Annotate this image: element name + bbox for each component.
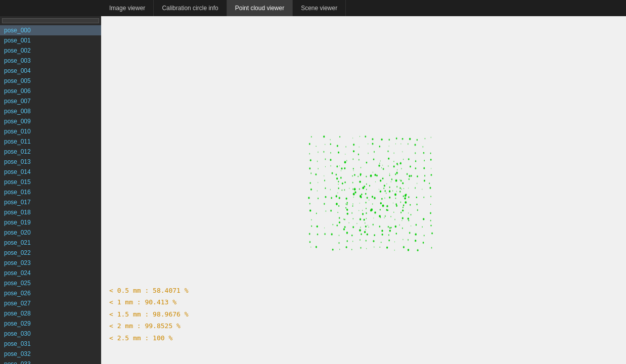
tab-scene-viewer[interactable]: Scene viewer [293, 0, 346, 16]
stat-line: < 0.5 mm : 58.4071 % [109, 285, 189, 296]
pose-item-pose_000[interactable]: pose_000 [0, 25, 101, 35]
stat-line: < 2 mm : 99.8525 % [109, 320, 189, 332]
pose-item-pose_027[interactable]: pose_027 [0, 298, 101, 308]
pose-item-pose_029[interactable]: pose_029 [0, 318, 101, 329]
device-label [2, 18, 99, 23]
stat-line: < 1.5 mm : 98.9676 % [109, 308, 189, 320]
pose-item-pose_033[interactable]: pose_033 [0, 359, 101, 364]
pose-item-pose_023[interactable]: pose_023 [0, 258, 101, 268]
pose-item-pose_011[interactable]: pose_011 [0, 136, 101, 147]
pose-item-pose_024[interactable]: pose_024 [0, 268, 101, 278]
pose-item-pose_004[interactable]: pose_004 [0, 66, 101, 76]
pose-item-pose_022[interactable]: pose_022 [0, 248, 101, 258]
tab-image-viewer[interactable]: Image viewer [101, 0, 154, 16]
pose-item-pose_020[interactable]: pose_020 [0, 228, 101, 238]
content-pane: < 0.5 mm : 58.4071 %< 1 mm : 90.413 %< 1… [101, 16, 626, 364]
pose-item-pose_006[interactable]: pose_006 [0, 86, 101, 96]
pose-item-pose_013[interactable]: pose_013 [0, 157, 101, 167]
pose-item-pose_009[interactable]: pose_009 [0, 116, 101, 126]
pose-item-pose_005[interactable]: pose_005 [0, 76, 101, 86]
stat-line: < 2.5 mm : 100 % [109, 332, 189, 344]
pose-list[interactable]: pose_000pose_001pose_002pose_003pose_004… [0, 25, 101, 364]
pose-item-pose_015[interactable]: pose_015 [0, 177, 101, 187]
sidebar: pose_000pose_001pose_002pose_003pose_004… [0, 16, 101, 364]
pose-item-pose_008[interactable]: pose_008 [0, 106, 101, 116]
tab-calibration-circle-info[interactable]: Calibration circle info [154, 0, 227, 16]
pose-item-pose_001[interactable]: pose_001 [0, 35, 101, 46]
stats-overlay: < 0.5 mm : 58.4071 %< 1 mm : 90.413 %< 1… [109, 285, 189, 344]
pose-item-pose_016[interactable]: pose_016 [0, 187, 101, 197]
pose-item-pose_030[interactable]: pose_030 [0, 329, 101, 339]
tab-point-cloud-viewer[interactable]: Point cloud viewer [227, 0, 293, 16]
pose-item-pose_012[interactable]: pose_012 [0, 147, 101, 157]
pose-item-pose_017[interactable]: pose_017 [0, 197, 101, 207]
pose-item-pose_002[interactable]: pose_002 [0, 46, 101, 56]
pose-item-pose_003[interactable]: pose_003 [0, 56, 101, 66]
pose-item-pose_025[interactable]: pose_025 [0, 278, 101, 288]
stat-line: < 1 mm : 90.413 % [109, 296, 189, 308]
pose-item-pose_019[interactable]: pose_019 [0, 217, 101, 228]
pose-item-pose_007[interactable]: pose_007 [0, 96, 101, 106]
pose-item-pose_010[interactable]: pose_010 [0, 126, 101, 136]
pose-item-pose_018[interactable]: pose_018 [0, 207, 101, 217]
pose-item-pose_028[interactable]: pose_028 [0, 308, 101, 318]
pose-item-pose_014[interactable]: pose_014 [0, 167, 101, 177]
pose-item-pose_032[interactable]: pose_032 [0, 349, 101, 359]
main-content: pose_000pose_001pose_002pose_003pose_004… [0, 16, 626, 364]
header: Image viewerCalibration circle infoPoint… [0, 0, 626, 16]
pose-item-pose_021[interactable]: pose_021 [0, 238, 101, 248]
pose-item-pose_026[interactable]: pose_026 [0, 288, 101, 298]
tab-bar: Image viewerCalibration circle infoPoint… [101, 0, 346, 16]
pose-item-pose_031[interactable]: pose_031 [0, 339, 101, 349]
